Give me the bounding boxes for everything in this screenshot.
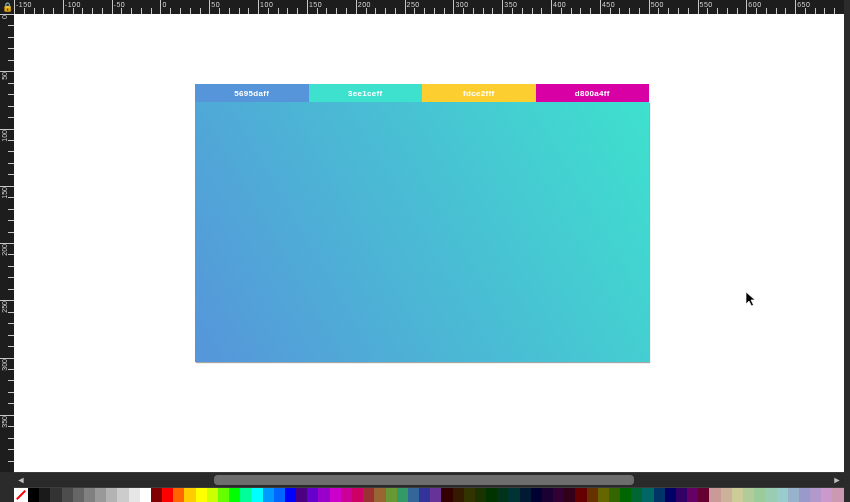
palette-swatch[interactable] bbox=[419, 488, 430, 502]
palette-swatch[interactable] bbox=[788, 488, 799, 502]
palette-swatch[interactable] bbox=[251, 488, 262, 502]
palette-swatch[interactable] bbox=[151, 488, 162, 502]
swatch-label: 3ee1ceff bbox=[348, 89, 382, 98]
palette-swatch[interactable] bbox=[330, 488, 341, 502]
palette-swatch[interactable] bbox=[765, 488, 776, 502]
editor-window: 🔒 -150-100-50050100150200250300350400450… bbox=[0, 0, 850, 502]
no-fill-swatch[interactable] bbox=[14, 488, 28, 502]
palette-swatch[interactable] bbox=[240, 488, 251, 502]
palette-swatch[interactable] bbox=[553, 488, 564, 502]
palette-swatch[interactable] bbox=[207, 488, 218, 502]
palette-swatch[interactable] bbox=[397, 488, 408, 502]
palette-swatch[interactable] bbox=[229, 488, 240, 502]
palette-swatch[interactable] bbox=[676, 488, 687, 502]
palette-swatch[interactable] bbox=[732, 488, 743, 502]
swatch-label: d800a4ff bbox=[575, 89, 610, 98]
palette-swatch[interactable] bbox=[665, 488, 676, 502]
palette-swatch[interactable] bbox=[777, 488, 788, 502]
palette-swatch[interactable] bbox=[754, 488, 765, 502]
palette-swatch[interactable] bbox=[721, 488, 732, 502]
palette-swatch[interactable] bbox=[39, 488, 50, 502]
palette-swatch[interactable] bbox=[408, 488, 419, 502]
palette-swatch[interactable] bbox=[475, 488, 486, 502]
palette-swatch[interactable] bbox=[821, 488, 832, 502]
swatch-label: fdce2fff bbox=[463, 89, 494, 98]
palette-swatch[interactable] bbox=[296, 488, 307, 502]
palette-swatch[interactable] bbox=[654, 488, 665, 502]
palette-swatch[interactable] bbox=[687, 488, 698, 502]
color-swatch[interactable]: d800a4ff bbox=[536, 84, 650, 102]
palette-swatch[interactable] bbox=[810, 488, 821, 502]
palette-swatch[interactable] bbox=[129, 488, 140, 502]
palette-swatch[interactable] bbox=[84, 488, 95, 502]
palette-swatch[interactable] bbox=[531, 488, 542, 502]
palette-swatch[interactable] bbox=[430, 488, 441, 502]
palette-swatch[interactable] bbox=[263, 488, 274, 502]
palette-swatch[interactable] bbox=[173, 488, 184, 502]
palette-swatch[interactable] bbox=[106, 488, 117, 502]
palette-swatch[interactable] bbox=[698, 488, 709, 502]
color-swatch[interactable]: fdce2fff bbox=[422, 84, 536, 102]
palette-swatch[interactable] bbox=[587, 488, 598, 502]
color-swatch[interactable]: 5695daff bbox=[195, 84, 309, 102]
palette-swatch[interactable] bbox=[95, 488, 106, 502]
palette-swatch[interactable] bbox=[497, 488, 508, 502]
canvas[interactable]: 5695daff 3ee1ceff fdce2fff d800a4ff bbox=[14, 14, 844, 472]
palette-swatch[interactable] bbox=[575, 488, 586, 502]
palette-swatch[interactable] bbox=[620, 488, 631, 502]
palette-swatch[interactable] bbox=[73, 488, 84, 502]
right-gutter bbox=[844, 0, 850, 502]
palette-swatch[interactable] bbox=[196, 488, 207, 502]
palette-swatch[interactable] bbox=[28, 488, 39, 502]
palette-swatch[interactable] bbox=[464, 488, 475, 502]
palette-swatch[interactable] bbox=[542, 488, 553, 502]
palette-swatch[interactable] bbox=[832, 488, 843, 502]
palette-swatch[interactable] bbox=[285, 488, 296, 502]
scroll-left-icon[interactable]: ◄ bbox=[14, 473, 28, 487]
vertical-ruler[interactable]: 050100150200250300350400 bbox=[0, 14, 15, 472]
swatch-label: 5695daff bbox=[234, 89, 269, 98]
palette-swatch[interactable] bbox=[62, 488, 73, 502]
color-swatch[interactable]: 3ee1ceff bbox=[309, 84, 423, 102]
artwork-group[interactable]: 5695daff 3ee1ceff fdce2fff d800a4ff bbox=[195, 84, 649, 362]
palette-swatch[interactable] bbox=[341, 488, 352, 502]
palette-swatch[interactable] bbox=[386, 488, 397, 502]
scroll-thumb[interactable] bbox=[214, 475, 634, 485]
palette-swatch[interactable] bbox=[743, 488, 754, 502]
palette-swatch[interactable] bbox=[564, 488, 575, 502]
color-palette[interactable] bbox=[14, 488, 844, 502]
ruler-lock-icon[interactable]: 🔒 bbox=[0, 0, 15, 15]
palette-swatch[interactable] bbox=[520, 488, 531, 502]
horizontal-scrollbar[interactable]: ◄ ► bbox=[14, 472, 844, 488]
palette-swatch[interactable] bbox=[441, 488, 452, 502]
palette-swatch[interactable] bbox=[140, 488, 151, 502]
palette-swatch[interactable] bbox=[374, 488, 385, 502]
palette-swatch[interactable] bbox=[50, 488, 61, 502]
palette-swatch[interactable] bbox=[642, 488, 653, 502]
palette-swatch[interactable] bbox=[318, 488, 329, 502]
palette-swatch[interactable] bbox=[184, 488, 195, 502]
palette-swatch[interactable] bbox=[274, 488, 285, 502]
palette-swatch[interactable] bbox=[117, 488, 128, 502]
palette-swatch[interactable] bbox=[218, 488, 229, 502]
palette-swatch[interactable] bbox=[598, 488, 609, 502]
palette-swatch[interactable] bbox=[631, 488, 642, 502]
palette-swatch[interactable] bbox=[486, 488, 497, 502]
palette-swatch[interactable] bbox=[508, 488, 519, 502]
palette-swatch[interactable] bbox=[799, 488, 810, 502]
swatch-row: 5695daff 3ee1ceff fdce2fff d800a4ff bbox=[195, 84, 649, 102]
palette-swatch[interactable] bbox=[609, 488, 620, 502]
palette-swatch[interactable] bbox=[352, 488, 363, 502]
palette-swatch[interactable] bbox=[307, 488, 318, 502]
mouse-cursor-icon bbox=[746, 292, 758, 308]
palette-swatch[interactable] bbox=[453, 488, 464, 502]
scroll-right-icon[interactable]: ► bbox=[830, 473, 844, 487]
palette-swatch[interactable] bbox=[709, 488, 720, 502]
palette-swatch[interactable] bbox=[162, 488, 173, 502]
palette-swatch[interactable] bbox=[363, 488, 374, 502]
gradient-rectangle[interactable] bbox=[195, 102, 649, 362]
horizontal-ruler[interactable]: -150-100-5005010015020025030035040045050… bbox=[14, 0, 844, 15]
